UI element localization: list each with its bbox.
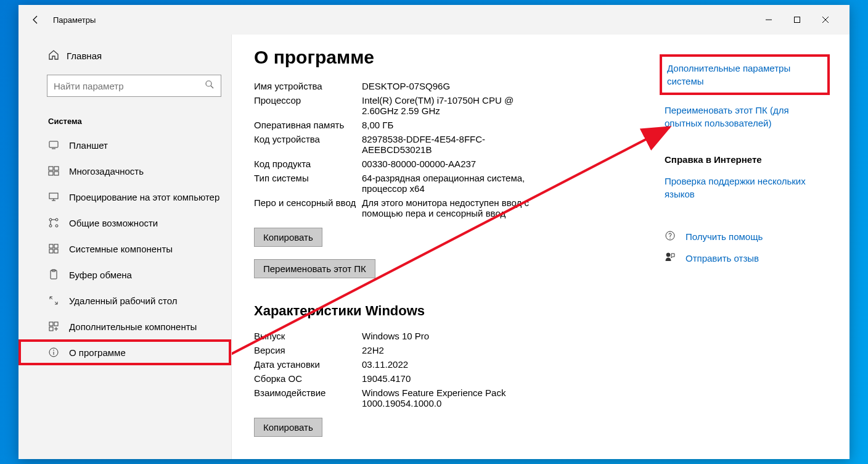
svg-rect-21 <box>49 249 53 253</box>
nav-label: Удаленный рабочий стол <box>69 296 177 306</box>
spec-label: Тип системы <box>254 173 362 194</box>
feedback-label: Отправить отзыв <box>686 253 759 263</box>
spec-value: 64-разрядная операционная система, проце… <box>362 173 541 194</box>
sidebar-item-optional[interactable]: Дополнительные компоненты <box>18 313 231 339</box>
search-input[interactable] <box>54 81 205 91</box>
settings-window: Параметры Главная Система Планшет <box>18 5 850 459</box>
spec-label: Оперативная память <box>254 120 362 130</box>
spec-label: Выпуск <box>254 331 362 341</box>
svg-rect-1 <box>795 17 800 23</box>
spec-label: Процессор <box>254 95 362 116</box>
spec-value: Windows 10 Pro <box>362 331 541 341</box>
feedback-icon <box>665 252 676 265</box>
search-box[interactable] <box>47 75 221 97</box>
svg-rect-9 <box>54 167 59 170</box>
maximize-button[interactable] <box>783 10 811 30</box>
windows-specs-title: Характеристики Windows <box>254 303 665 319</box>
svg-point-15 <box>49 225 52 227</box>
svg-rect-8 <box>49 167 53 170</box>
multilang-support-link[interactable]: Проверка поддержки нескольких языков <box>665 175 825 201</box>
spec-label: Версия <box>254 345 362 355</box>
web-help-heading: Справка в Интернете <box>665 154 825 165</box>
svg-point-16 <box>55 225 58 227</box>
minimize-button[interactable] <box>755 10 783 30</box>
svg-point-33 <box>666 253 670 257</box>
sidebar-item-shared[interactable]: Общие возможности <box>18 210 231 236</box>
spec-row: ПроцессорIntel(R) Core(TM) i7-10750H CPU… <box>254 93 665 118</box>
help-icon <box>665 230 676 243</box>
home-nav-item[interactable]: Главная <box>18 44 231 67</box>
tablet-icon <box>48 139 59 151</box>
spec-value: 82978538-DDFE-4E54-8FFC-AEEBCD53021B <box>362 134 541 155</box>
nav-label: О программе <box>69 347 126 358</box>
spec-row: ВыпускWindows 10 Pro <box>254 329 665 343</box>
spec-row: Код продукта00330-80000-00000-AA237 <box>254 157 665 171</box>
get-help-link[interactable]: Получить помощь <box>665 230 825 243</box>
spec-row: Перо и сенсорный вводДля этого монитора … <box>254 196 665 220</box>
sidebar-item-projecting[interactable]: Проецирование на этот компьютер <box>18 184 231 210</box>
spec-value: 8,00 ГБ <box>362 120 541 130</box>
components-icon <box>48 243 59 254</box>
spec-row: Тип системы64-разрядная операционная сис… <box>254 171 665 196</box>
svg-rect-12 <box>49 193 58 199</box>
feedback-link[interactable]: Отправить отзыв <box>665 252 825 265</box>
svg-line-5 <box>211 86 213 88</box>
spec-label: Перо и сенсорный ввод <box>254 197 362 218</box>
home-label: Главная <box>67 51 102 61</box>
spec-value: 03.11.2022 <box>362 359 541 370</box>
nav-label: Системные компоненты <box>69 244 173 254</box>
nav-label: Дополнительные компоненты <box>69 321 197 332</box>
home-icon <box>48 49 59 63</box>
svg-rect-26 <box>54 322 58 326</box>
close-button[interactable] <box>811 10 840 30</box>
spec-value: DESKTOP-07SQ96G <box>362 81 541 91</box>
sidebar-item-remote[interactable]: Удаленный рабочий стол <box>18 288 231 313</box>
nav-label: Буфер обмена <box>69 270 132 280</box>
spec-value: Intel(R) Core(TM) i7-10750H CPU @ 2.60GH… <box>362 95 541 116</box>
spec-label: Код устройства <box>254 134 362 155</box>
spec-label: Взаимодействие <box>254 387 362 408</box>
spec-label: Сборка ОС <box>254 373 362 384</box>
spec-value: 22H2 <box>362 345 541 355</box>
sidebar-item-multitasking[interactable]: Многозадачность <box>18 158 231 184</box>
nav-label: Многозадачность <box>69 166 144 176</box>
about-icon <box>48 347 59 358</box>
spec-row: Сборка ОС19045.4170 <box>254 371 665 386</box>
spec-row: Оперативная память8,00 ГБ <box>254 118 665 132</box>
help-label: Получить помощь <box>686 231 763 242</box>
spec-row: Код устройства82978538-DDFE-4E54-8FFC-AE… <box>254 132 665 157</box>
multitasking-icon <box>48 165 59 176</box>
nav-label: Планшет <box>69 140 108 151</box>
sidebar-item-about[interactable]: О программе <box>18 339 231 365</box>
copy-button[interactable]: Копировать <box>254 228 322 247</box>
svg-rect-27 <box>49 327 53 331</box>
svg-point-30 <box>53 350 54 351</box>
related-links: Дополнительные параметры системы Переиме… <box>665 47 825 447</box>
svg-point-4 <box>206 81 211 86</box>
nav-label: Проецирование на этот компьютер <box>69 192 219 202</box>
svg-rect-25 <box>49 322 53 326</box>
sidebar-item-components[interactable]: Системные компоненты <box>18 236 231 262</box>
sidebar-item-clipboard[interactable]: Буфер обмена <box>18 262 231 288</box>
projecting-icon <box>48 191 59 202</box>
spec-label: Код продукта <box>254 159 362 169</box>
svg-rect-11 <box>54 172 59 175</box>
sidebar-item-tablet[interactable]: Планшет <box>18 132 231 158</box>
rename-advanced-link[interactable]: Переименовать этот ПК (для опытных польз… <box>665 104 825 130</box>
section-title: Система <box>18 104 231 132</box>
spec-row: Дата установки03.11.2022 <box>254 357 665 371</box>
back-button[interactable] <box>28 12 43 27</box>
svg-point-13 <box>49 218 52 221</box>
nav-label: Общие возможности <box>69 218 158 228</box>
copy-button-2[interactable]: Копировать <box>254 418 322 437</box>
window-title: Параметры <box>53 15 755 25</box>
spec-value: 00330-80000-00000-AA237 <box>362 159 541 169</box>
rename-pc-button[interactable]: Переименовать этот ПК <box>254 259 375 278</box>
page-title: О программе <box>254 47 665 68</box>
advanced-system-settings-link[interactable]: Дополнительные параметры системы <box>665 59 825 90</box>
content-area: О программе Имя устройстваDESKTOP-07SQ96… <box>231 35 850 459</box>
svg-rect-19 <box>49 244 53 248</box>
remote-icon <box>48 295 59 306</box>
spec-label: Дата установки <box>254 359 362 370</box>
spec-label: Имя устройства <box>254 81 362 91</box>
